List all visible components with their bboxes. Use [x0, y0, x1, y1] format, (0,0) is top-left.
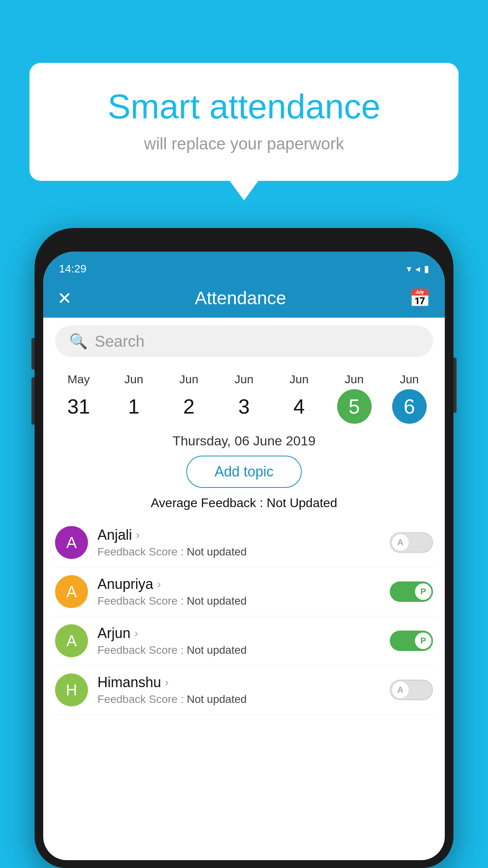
attendance-toggle[interactable]: A [390, 532, 433, 553]
cal-month-label: May [68, 373, 90, 386]
status-time: 14:29 [59, 263, 86, 275]
phone-notch [228, 228, 260, 239]
attendance-toggle[interactable]: P [390, 631, 433, 651]
student-row[interactable]: HHimanshu ›Feedback Score : Not updatedA [51, 666, 437, 715]
student-info: Arjun ›Feedback Score : Not updated [97, 625, 380, 657]
cal-day-number[interactable]: 4 [282, 389, 316, 424]
selected-date: Thursday, 06 June 2019 [43, 433, 445, 449]
cal-day-number[interactable]: 6 [392, 389, 427, 424]
chevron-right-icon: › [165, 676, 169, 689]
add-topic-button[interactable]: Add topic [186, 456, 302, 488]
cal-day-number[interactable]: 3 [227, 389, 261, 424]
student-name: Arjun › [97, 625, 380, 642]
cal-month-label: Jun [290, 373, 308, 386]
calendar-day[interactable]: Jun3 [227, 373, 261, 424]
avatar: A [55, 624, 88, 657]
calendar-day[interactable]: Jun5 [337, 373, 372, 424]
search-bar[interactable]: 🔍 Search [55, 326, 433, 357]
student-info: Anupriya ›Feedback Score : Not updated [97, 576, 380, 607]
cal-month-label: Jun [345, 373, 363, 386]
toggle-knob: A [392, 682, 409, 698]
cal-day-number[interactable]: 31 [61, 389, 96, 424]
calendar-day[interactable]: May31 [61, 373, 96, 424]
speech-bubble: Smart attendance will replace your paper… [29, 63, 459, 181]
student-info: Anjali ›Feedback Score : Not updated [97, 527, 380, 558]
calendar-day[interactable]: Jun4 [282, 373, 316, 424]
student-row[interactable]: AAnupriya ›Feedback Score : Not updatedP [51, 567, 437, 616]
app-bar: ✕ Attendance 📅 [43, 278, 445, 318]
avg-feedback-label: Average Feedback : [151, 496, 263, 510]
toggle-knob: P [415, 583, 431, 600]
student-feedback: Feedback Score : Not updated [97, 644, 380, 657]
calendar-day[interactable]: Jun2 [172, 373, 206, 424]
volume-down-button [31, 377, 35, 425]
student-feedback: Feedback Score : Not updated [97, 693, 380, 706]
calendar-day[interactable]: Jun1 [116, 373, 151, 424]
cal-day-number[interactable]: 2 [172, 389, 206, 424]
phone-screen: 14:29 ▾ ◂ ▮ ✕ Attendance 📅 🔍 Search May3… [43, 252, 445, 860]
student-feedback: Feedback Score : Not updated [97, 595, 380, 607]
student-row[interactable]: AArjun ›Feedback Score : Not updatedP [51, 616, 437, 666]
student-name: Anjali › [97, 527, 380, 543]
bubble-title: Smart attendance [61, 86, 427, 127]
battery-icon: ▮ [424, 263, 429, 274]
chevron-right-icon: › [134, 627, 138, 640]
search-input-placeholder: Search [95, 333, 145, 350]
signal-icon: ◂ [415, 263, 420, 274]
search-icon: 🔍 [69, 333, 88, 350]
cal-month-label: Jun [124, 373, 143, 386]
student-list: AAnjali ›Feedback Score : Not updatedAAA… [43, 518, 445, 715]
app-bar-title: Attendance [72, 287, 409, 309]
avg-feedback: Average Feedback : Not Updated [43, 496, 445, 510]
avatar: H [55, 673, 88, 706]
phone-frame: 14:29 ▾ ◂ ▮ ✕ Attendance 📅 🔍 Search May3… [35, 228, 453, 868]
toggle-knob: P [415, 633, 431, 649]
avatar: A [55, 575, 88, 608]
wifi-icon: ▾ [407, 263, 411, 274]
attendance-toggle[interactable]: P [390, 581, 433, 602]
cal-month-label: Jun [235, 373, 253, 386]
cal-day-number[interactable]: 1 [116, 389, 151, 424]
volume-up-button [31, 338, 35, 370]
close-icon[interactable]: ✕ [57, 288, 72, 308]
calendar-day[interactable]: Jun6 [392, 373, 427, 424]
cal-month-label: Jun [180, 373, 198, 386]
power-button [453, 358, 457, 413]
student-info: Himanshu ›Feedback Score : Not updated [97, 674, 380, 706]
bubble-subtitle: will replace your paperwork [61, 134, 427, 153]
toggle-knob: A [392, 534, 409, 551]
status-icons: ▾ ◂ ▮ [407, 263, 429, 274]
student-feedback: Feedback Score : Not updated [97, 546, 380, 558]
status-bar: 14:29 ▾ ◂ ▮ [43, 252, 445, 278]
cal-day-number[interactable]: 5 [337, 389, 372, 424]
avatar: A [55, 526, 88, 559]
chevron-right-icon: › [157, 578, 161, 590]
student-row[interactable]: AAnjali ›Feedback Score : Not updatedA [51, 518, 437, 567]
chevron-right-icon: › [136, 529, 139, 541]
avg-feedback-value: Not Updated [267, 496, 338, 510]
attendance-toggle[interactable]: A [390, 680, 433, 700]
calendar-row: May31Jun1Jun2Jun3Jun4Jun5Jun6 [43, 365, 445, 424]
student-name: Anupriya › [97, 576, 380, 592]
cal-month-label: Jun [400, 373, 419, 386]
student-name: Himanshu › [97, 674, 380, 691]
calendar-icon[interactable]: 📅 [409, 288, 431, 308]
